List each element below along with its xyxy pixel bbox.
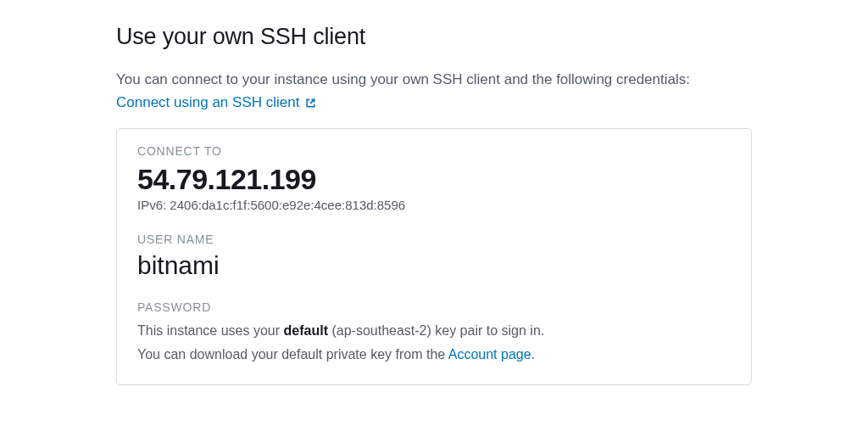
connect-ssh-link[interactable]: Connect using an SSH client [116, 94, 317, 111]
password-line-2: You can download your default private ke… [137, 343, 731, 366]
password-line1-post: (ap-southeast-2) key pair to sign in. [328, 323, 544, 338]
link-text: Connect using an SSH client [116, 94, 299, 111]
username-value: bitnami [137, 251, 731, 280]
ipv4-address: 54.79.121.199 [137, 163, 731, 196]
account-page-link[interactable]: Account page [448, 347, 531, 361]
password-line2-pre: You can download your default private ke… [137, 347, 448, 361]
password-line-1: This instance uses your default (ap-sout… [137, 319, 731, 342]
ipv6-value: 2406:da1c:f1f:5600:e92e:4cee:813d:8596 [170, 198, 405, 212]
connect-to-label: CONNECT TO [137, 144, 731, 158]
page-title: Use your own SSH client [116, 24, 752, 50]
external-link-icon [304, 97, 317, 109]
ipv6-prefix: IPv6: [137, 198, 170, 212]
password-line1-pre: This instance uses your [137, 323, 284, 338]
password-line2-post: . [531, 347, 535, 361]
password-info: This instance uses your default (ap-sout… [137, 319, 731, 365]
password-line1-bold: default [284, 323, 328, 338]
username-label: USER NAME [137, 233, 731, 246]
ipv6-address: IPv6: 2406:da1c:f1f:5600:e92e:4cee:813d:… [137, 198, 731, 212]
description-text: You can connect to your instance using y… [116, 69, 752, 91]
password-label: PASSWORD [137, 300, 731, 314]
credentials-card: CONNECT TO 54.79.121.199 IPv6: 2406:da1c… [116, 128, 752, 384]
